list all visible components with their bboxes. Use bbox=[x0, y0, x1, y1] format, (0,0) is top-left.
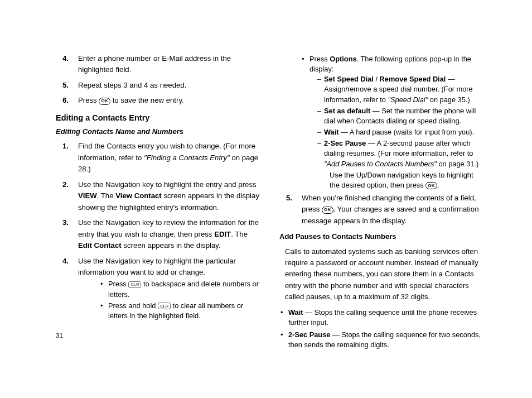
bold: 2-Sec Pause bbox=[288, 330, 330, 339]
step-number: 5. bbox=[286, 193, 292, 204]
bold: Set as default bbox=[324, 107, 370, 115]
right-column: Press Options. The following options pop… bbox=[279, 53, 484, 352]
clr-icon: CLR bbox=[128, 281, 141, 288]
dash-item: Set Speed Dial / Remove Speed Dial — Ass… bbox=[309, 74, 484, 104]
step-5: 5. Repeat steps 3 and 4 as needed. bbox=[56, 80, 260, 91]
edit-step-3: 3. Use the Navigation key to review the … bbox=[56, 217, 260, 251]
pause-bullets: Wait — Stops the calling sequence until … bbox=[279, 308, 484, 351]
intro-steps: 4. Enter a phone number or E-Mail addres… bbox=[56, 53, 260, 107]
ok-icon: OK bbox=[425, 182, 437, 189]
bold: View Contact bbox=[115, 191, 162, 200]
bold: VIEW bbox=[78, 191, 97, 200]
text: Press bbox=[309, 55, 330, 63]
text: on page 31.) bbox=[437, 160, 478, 168]
step-body: Enter a phone number or E-Mail address i… bbox=[78, 54, 231, 74]
bold: Edit Contact bbox=[78, 241, 122, 250]
left-column: 4. Enter a phone number or E-Mail addres… bbox=[56, 53, 260, 352]
edit-step-4: 4. Use the Navigation key to highlight t… bbox=[56, 256, 260, 322]
text: — A hard pause (waits for input from you… bbox=[339, 128, 475, 136]
text: Use the Navigation key to highlight the … bbox=[78, 257, 236, 276]
sub-bullet: Press and hold CLR to clear all numbers … bbox=[100, 301, 260, 321]
sub-bullet: Press CLR to backspace and delete number… bbox=[100, 279, 260, 299]
reference: "Add Pauses to Contacts Numbers" bbox=[324, 160, 437, 168]
bold: Wait bbox=[288, 308, 303, 317]
text: screen appears in the display. bbox=[122, 241, 221, 250]
edit-steps: 1. Find the Contacts entry you wish to c… bbox=[56, 141, 260, 321]
pause-2sec: 2-Sec Pause — Stops the calling sequence… bbox=[279, 330, 484, 350]
text: . The bbox=[97, 191, 115, 200]
text: on page 35.) bbox=[428, 95, 470, 104]
text: — Stops the calling sequence until the p… bbox=[288, 308, 477, 327]
note: Use the Up/Down navigation keys to highl… bbox=[309, 170, 484, 190]
dash-item: Wait — A hard pause (waits for input fro… bbox=[309, 127, 484, 137]
text: . bbox=[437, 181, 439, 189]
heading-add-pauses: Add Pauses to Contacts Numbers bbox=[279, 231, 484, 242]
reference: "Finding a Contacts Entry" bbox=[144, 154, 230, 162]
heading-editing-contacts-entry: Editing a Contacts Entry bbox=[56, 112, 260, 124]
step-number: 6. bbox=[62, 95, 69, 106]
step-6: 6. Press OK to save the new entry. bbox=[56, 95, 260, 106]
edit-step-1: 1. Find the Contacts entry you wish to c… bbox=[56, 141, 260, 175]
sub-bullets: Press CLR to backspace and delete number… bbox=[100, 279, 260, 321]
ok-icon: OK bbox=[322, 207, 333, 214]
text: . The bbox=[231, 230, 248, 238]
step-number: 4. bbox=[62, 53, 69, 64]
step-5-list: 5. When you're finished changing the con… bbox=[279, 193, 484, 227]
clr-icon: CLR bbox=[158, 303, 171, 309]
step-number: 5. bbox=[62, 80, 69, 91]
bold: Set Speed Dial bbox=[324, 75, 374, 83]
pauses-paragraph: Calls to automated systems such as banki… bbox=[279, 246, 484, 303]
bold: 2-Sec Pause bbox=[324, 139, 366, 147]
text: / bbox=[374, 75, 380, 83]
step-suffix: to save the new entry. bbox=[110, 96, 184, 104]
dash-item: 2-Sec Pause — A 2-second pause after whi… bbox=[309, 138, 484, 169]
step-body: Repeat steps 3 and 4 as needed. bbox=[78, 81, 186, 89]
bold: Options bbox=[330, 55, 356, 63]
step-prefix: Press bbox=[78, 96, 99, 104]
step-number: 1. bbox=[62, 141, 69, 152]
text: Press and hold bbox=[108, 301, 158, 310]
bold: EDIT bbox=[214, 230, 231, 238]
page: 4. Enter a phone number or E-Mail addres… bbox=[0, 0, 532, 398]
text: Use the Navigation key to highlight the … bbox=[78, 180, 257, 189]
heading-editing-name-numbers: Editing Contacts Name and Numbers bbox=[56, 126, 260, 137]
text: Press bbox=[108, 280, 128, 288]
options-dash-list: Set Speed Dial / Remove Speed Dial — Ass… bbox=[309, 74, 484, 169]
step-number: 2. bbox=[62, 179, 69, 190]
text: Use the Up/Down navigation keys to highl… bbox=[330, 171, 473, 189]
options-bullet: Press Options. The following options pop… bbox=[302, 54, 484, 190]
reference: "Speed Dial" bbox=[388, 95, 428, 104]
columns: 4. Enter a phone number or E-Mail addres… bbox=[56, 53, 487, 352]
step-4: 4. Enter a phone number or E-Mail addres… bbox=[56, 53, 260, 76]
options-item: Press Options. The following options pop… bbox=[302, 54, 484, 190]
step-number: 3. bbox=[62, 217, 69, 228]
bold: Remove Speed Dial bbox=[380, 75, 446, 83]
edit-step-2: 2. Use the Navigation key to highlight t… bbox=[56, 179, 260, 213]
step-5: 5. When you're finished changing the con… bbox=[279, 193, 484, 227]
dash-item: Set as default — Set the number the phon… bbox=[309, 106, 484, 126]
ok-icon: OK bbox=[99, 98, 110, 105]
pause-wait: Wait — Stops the calling sequence until … bbox=[279, 308, 484, 328]
page-number: 31 bbox=[56, 332, 63, 339]
bold: Wait bbox=[324, 128, 339, 136]
step-number: 4. bbox=[62, 256, 69, 267]
